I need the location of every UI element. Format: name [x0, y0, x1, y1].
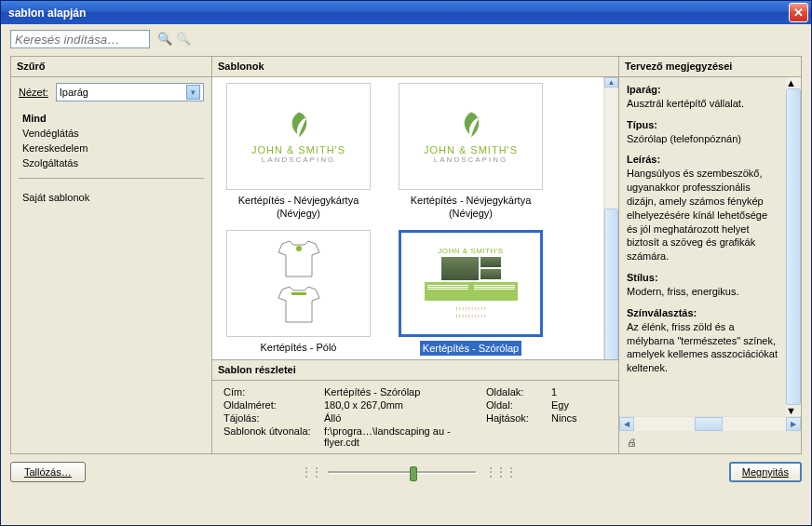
designer-notes: Iparág: Ausztrál kertépítő vállalat. Típ… [619, 77, 786, 416]
filter-item-trade[interactable]: Kereskedelem [19, 141, 204, 155]
template-thumbnail: JOHN & SMITH'S LANDSCAPING [226, 83, 371, 190]
slider-track[interactable] [328, 471, 477, 474]
detail-label: Cím: [223, 386, 324, 398]
scroll-right-icon[interactable]: ▶ [786, 417, 801, 431]
search-advanced-icon[interactable]: 🔍 [176, 32, 191, 47]
scroll-left-icon[interactable]: ◀ [619, 417, 634, 431]
template-item[interactable]: JOHN & SMITH'S LANDSCAPING Kertépítés - … [394, 83, 548, 221]
detail-label: Sablonok útvonala: [223, 425, 324, 437]
close-icon: ✕ [793, 6, 804, 20]
scroll-up-icon[interactable]: ▲ [786, 77, 801, 88]
detail-value: 180,0 x 267,0mm [324, 399, 486, 411]
template-thumbnail [226, 230, 371, 337]
details-header: Sablon részletei [212, 360, 618, 381]
template-item[interactable]: Kertépítés - Póló [222, 230, 375, 356]
detail-label: Oldal: [486, 399, 551, 411]
leaf-icon [283, 109, 315, 141]
template-caption: Kertépítés - Névjegykártya (Névjegy) [394, 194, 548, 221]
filter-item-custom[interactable]: Saját sablonok [19, 190, 204, 205]
view-small-icon[interactable] [300, 465, 320, 479]
open-button[interactable]: Megnyitás [729, 462, 802, 482]
template-item[interactable]: JOHN & SMITH'S LANDSCAPING Kertépítés - … [222, 83, 375, 221]
view-select-value: Iparág [60, 87, 88, 98]
filter-item-all[interactable]: Mind [19, 111, 204, 126]
scroll-down-icon[interactable]: ▼ [786, 405, 801, 416]
tshirt-icon [271, 239, 327, 281]
notes-header: Tervező megjegyzései [619, 57, 801, 77]
detail-label: Oldalak: [486, 386, 551, 398]
detail-value: f:\progra…\landscaping au - flyer.cdt [324, 425, 486, 448]
search-icon[interactable]: 🔍 [157, 32, 172, 47]
filter-separator [19, 178, 204, 182]
scroll-thumb[interactable] [786, 88, 801, 405]
view-select[interactable]: Iparág ▾ [56, 83, 204, 101]
scroll-thumb[interactable] [604, 209, 618, 359]
tshirt-icon [271, 285, 327, 327]
template-caption: Kertépítés - Szórólap [420, 341, 521, 356]
print-icon[interactable]: 🖨 [619, 431, 801, 453]
notes-hscrollbar[interactable]: ◀ ▶ [619, 416, 801, 431]
window-title: sablon alapján [8, 7, 789, 20]
templates-scrollbar[interactable]: ▲ ▼ [603, 77, 618, 359]
detail-value: Nincs [551, 412, 607, 424]
titlebar: sablon alapján ✕ [1, 1, 811, 24]
slider-thumb[interactable] [410, 466, 417, 481]
notes-scrollbar[interactable]: ▲ ▼ [786, 77, 801, 416]
detail-label: Oldalméret: [223, 399, 324, 411]
chevron-down-icon: ▾ [186, 85, 200, 100]
templates-grid: JOHN & SMITH'S LANDSCAPING Kertépítés - … [212, 77, 603, 359]
close-button[interactable]: ✕ [789, 3, 808, 22]
svg-rect-1 [291, 292, 306, 295]
scroll-up-icon[interactable]: ▲ [604, 77, 618, 88]
templates-header: Sablonok [212, 57, 618, 77]
template-item-selected[interactable]: JOHN & SMITH'S ! ! ! ! ! ! ! ! ! ! ! ! !… [394, 230, 548, 356]
browse-button[interactable]: Tallózás… [10, 462, 86, 482]
template-caption: Kertépítés - Névjegykártya (Névjegy) [222, 194, 375, 221]
detail-label: Tájolás: [223, 412, 324, 424]
photo-placeholder [441, 257, 479, 280]
detail-label: Hajtások: [486, 412, 551, 424]
view-label: Nézet: [19, 87, 48, 98]
svg-point-0 [296, 246, 302, 251]
filter-item-service[interactable]: Szolgáltatás [19, 155, 204, 170]
template-thumbnail: JOHN & SMITH'S LANDSCAPING [399, 83, 543, 190]
zoom-slider[interactable] [300, 465, 515, 479]
detail-value: Kertépítés - Szórólap [324, 386, 486, 398]
filter-header: Szűrő [11, 57, 211, 77]
view-large-icon[interactable] [484, 465, 515, 479]
detail-value: Egy [551, 399, 607, 411]
search-input[interactable] [10, 30, 150, 48]
template-caption: Kertépítés - Póló [261, 341, 337, 354]
detail-value: 1 [551, 386, 607, 398]
leaf-icon [455, 109, 487, 141]
detail-value: Álló [324, 412, 486, 424]
scroll-thumb[interactable] [695, 417, 723, 431]
filter-item-hospitality[interactable]: Vendéglátás [19, 126, 204, 141]
template-thumbnail: JOHN & SMITH'S ! ! ! ! ! ! ! ! ! ! ! ! !… [399, 230, 543, 337]
